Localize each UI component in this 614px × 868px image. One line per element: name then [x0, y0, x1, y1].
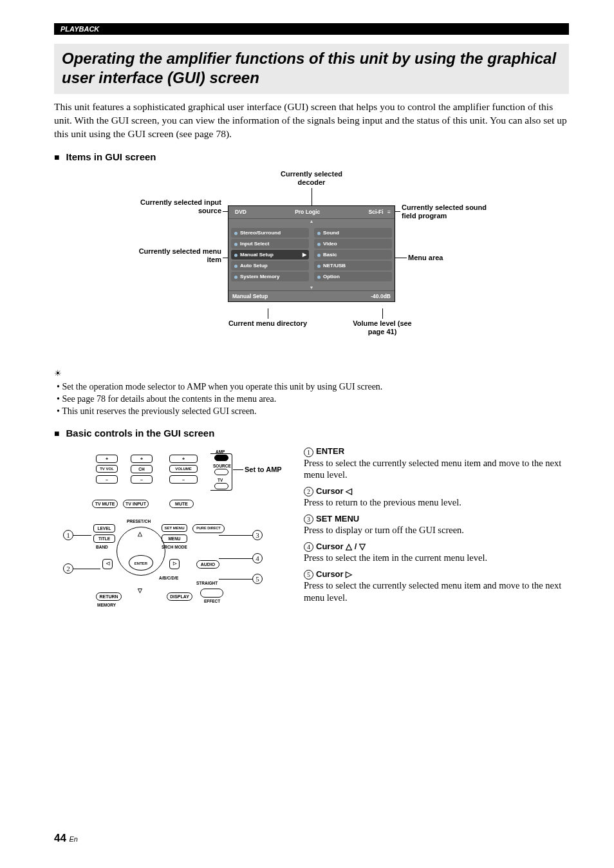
gui-top-bar: DVD Pro Logic Sci-Fi ≡ [228, 206, 395, 219]
ann-menu: Menu area [408, 254, 485, 262]
btn-effect [200, 589, 223, 598]
gui-vol: -40.0dB [371, 293, 391, 299]
gui-bottom-bar: Manual Setup -40.0dB [228, 290, 395, 301]
dpad-down-icon: ▽ [138, 587, 142, 594]
gui-decoder: Pro Logic [295, 209, 320, 215]
ann-set-to-amp: Set to AMP [245, 466, 282, 473]
btn-setmenu: SET MENU [162, 524, 187, 532]
gui-item-selected: Manual Setup▶ [231, 250, 309, 259]
btn-volume-plus: + [169, 455, 198, 463]
control-1-heading: ENTER [316, 446, 344, 456]
control-2-heading: Cursor ◁ [316, 486, 352, 496]
dpad-left-icon: ◁ [102, 559, 113, 569]
callout-1: 1 [63, 530, 73, 540]
gui-panel: DVD Pro Logic Sci-Fi ≡ ▲ Stereo/Surround… [228, 205, 395, 302]
btn-tvvol-minus: – [96, 475, 118, 484]
ann-item: Currently selected menu item [125, 247, 221, 264]
page-number: 44 [54, 832, 66, 844]
callout-3: 3 [252, 530, 263, 540]
btn-return: RETURN [96, 592, 122, 601]
btn-tvinput: TV INPUT [123, 500, 149, 508]
gui-diagram: Currently selected decoder Currently sel… [54, 170, 569, 357]
right-arrow-icon: ▶ [302, 252, 306, 258]
up-triangle-icon: ▲ [228, 219, 395, 224]
label-straight: STRAIGHT [196, 581, 218, 585]
control-5-text: Press to select the currently selected m… [304, 580, 569, 604]
gui-left-col: Stereo/Surround Input Select Manual Setu… [228, 224, 312, 285]
label-presetch: PRESET/CH [127, 519, 151, 524]
btn-display: DISPLAY [167, 592, 192, 601]
label-volume: VOLUME [169, 465, 198, 473]
gui-source: DVD [232, 207, 249, 216]
btn-volume-minus: – [169, 475, 198, 484]
section-header-bar: PLAYBACK [54, 23, 569, 35]
control-item-4: 4Cursor △ / ▽ Press to select the item i… [304, 542, 569, 564]
control-item-3: 3SET MENU Press to display or turn off t… [304, 514, 569, 536]
intro-paragraph: This unit features a sophisticated graph… [54, 100, 569, 141]
callout-4: 4 [252, 553, 263, 563]
ann-vol: Volume level (see page 41) [344, 319, 421, 336]
control-3-text: Press to display or turn off the GUI scr… [304, 524, 569, 536]
gui-item: System Memory [231, 272, 309, 281]
control-item-5: 5Cursor ▷ Press to select the currently … [304, 569, 569, 604]
controls-descriptions: 1ENTER Press to select the currently sel… [304, 446, 569, 610]
gui-program: Sci-Fi ≡ [366, 209, 391, 215]
hint-icon: ☀ [54, 368, 569, 379]
label-effect: EFFECT [204, 599, 220, 603]
selector-bracket [210, 453, 232, 491]
control-1-text: Press to select the currently selected m… [304, 457, 569, 482]
ann-dir: Current menu directory [216, 319, 319, 328]
heading-basic-controls: Basic controls in the GUI screen [54, 428, 569, 439]
btn-tvvol-plus: + [96, 455, 118, 463]
gui-right-col: Sound Video Basic NET/USB Option [312, 224, 395, 285]
control-4-heading: Cursor △ / ▽ [316, 542, 366, 551]
num-2: 2 [304, 487, 313, 496]
num-4: 4 [304, 542, 313, 552]
lower-columns: 1 2 3 4 5 Set to AMP AMP SOURCE TV + + +… [54, 446, 569, 610]
page-footer: 44 En [54, 832, 78, 845]
num-5: 5 [304, 570, 313, 580]
callout-2: 2 [63, 563, 73, 574]
gui-item: NET/USB [314, 261, 392, 270]
label-band: BAND [96, 545, 108, 549]
page-suffix: En [69, 835, 77, 843]
label-tvvol: TV VOL [96, 465, 118, 473]
gui-item: Basic [314, 250, 392, 259]
btn-ch-plus: + [131, 455, 153, 463]
hints-list: Set the operation mode selector to AMP w… [54, 381, 569, 418]
gui-dir: Manual Setup [232, 293, 268, 299]
gui-item: Auto Setup [231, 261, 309, 270]
btn-title: TITLE [93, 534, 115, 543]
control-2-text: Press to return to the previous menu lev… [304, 496, 569, 509]
heading-gui-items: Items in GUI screen [54, 151, 569, 162]
btn-puredirect: PURE DIRECT [192, 524, 225, 533]
hint-item: See page 78 for details about the conten… [57, 393, 569, 406]
control-3-heading: SET MENU [316, 514, 359, 524]
control-5-heading: Cursor ▷ [316, 569, 352, 579]
btn-menu: MENU [162, 534, 187, 543]
gui-item: Input Select [231, 239, 309, 249]
btn-tvmute: TV MUTE [92, 500, 118, 508]
gui-item: Sound [314, 228, 392, 238]
control-item-2: 2Cursor ◁ Press to return to the previou… [304, 486, 569, 509]
num-1: 1 [304, 448, 313, 457]
dpad-right-icon: ▷ [169, 559, 180, 569]
dpad-up-icon: △ [138, 531, 142, 537]
page-title: Operating the amplifier functions of thi… [62, 49, 561, 88]
ann-program: Currently selected sound field program [402, 203, 498, 220]
gui-menu-area: Stereo/Surround Input Select Manual Setu… [228, 224, 395, 285]
label-ch: CH [131, 465, 153, 473]
callout-5: 5 [252, 574, 263, 584]
remote-control: AMP SOURCE TV + + + TV VOL CH VOLUME – –… [86, 449, 234, 610]
gui-item: Stereo/Surround [231, 228, 309, 238]
down-triangle-icon: ▼ [228, 285, 395, 290]
pause-icon: ≡ [387, 209, 391, 215]
label-abcde: A/B/C/D/E [159, 576, 178, 580]
hint-item: Set the operation mode selector to AMP w… [57, 381, 569, 393]
ann-decoder: Currently selected decoder [273, 170, 350, 187]
btn-ch-minus: – [131, 475, 153, 484]
num-3: 3 [304, 514, 313, 524]
control-4-text: Press to select the item in the current … [304, 552, 569, 564]
label-memory: MEMORY [97, 603, 116, 607]
title-band: Operating the amplifier functions of thi… [54, 44, 569, 94]
